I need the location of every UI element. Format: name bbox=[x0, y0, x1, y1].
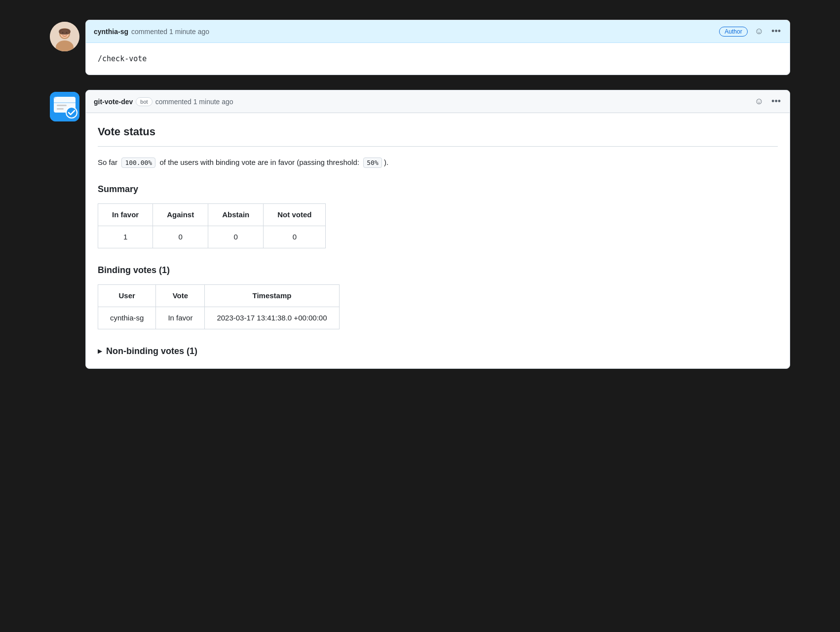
binding-votes-title: Binding votes (1) bbox=[98, 263, 778, 277]
summary-infavor-val: 1 bbox=[98, 226, 153, 248]
non-binding-section[interactable]: ▶ Non-binding votes (1) bbox=[98, 344, 778, 358]
non-binding-title: Non-binding votes (1) bbox=[106, 344, 197, 358]
comment-1-header-left: cynthia-sg commented 1 minute ago bbox=[94, 28, 209, 36]
binding-col-vote: Vote bbox=[156, 284, 205, 307]
binding-col-user: User bbox=[98, 284, 156, 307]
summary-col-against: Against bbox=[153, 203, 208, 226]
vote-description: So far 100.00% of the users with binding… bbox=[98, 157, 778, 168]
more-options-button-1[interactable]: ••• bbox=[770, 25, 782, 38]
summary-title: Summary bbox=[98, 182, 778, 197]
emoji-button-2[interactable]: ☺ bbox=[754, 95, 764, 108]
summary-row: 1 0 0 0 bbox=[98, 226, 326, 248]
triangle-icon: ▶ bbox=[98, 347, 102, 356]
summary-table: In favor Against Abstain Not voted 1 0 0… bbox=[98, 203, 326, 248]
binding-vote: In favor bbox=[156, 307, 205, 329]
comment-1-author: cynthia-sg bbox=[94, 28, 128, 36]
svg-rect-12 bbox=[57, 108, 64, 110]
comment-2-header-left: git-vote-dev bot commented 1 minute ago bbox=[94, 97, 233, 106]
comment-2-header: git-vote-dev bot commented 1 minute ago … bbox=[86, 90, 790, 113]
more-options-button-2[interactable]: ••• bbox=[770, 95, 782, 108]
comment-1-box: cynthia-sg commented 1 minute ago Author… bbox=[85, 20, 790, 75]
summary-col-abstain: Abstain bbox=[208, 203, 264, 226]
comment-2-body: Vote status So far 100.00% of the users … bbox=[86, 113, 790, 368]
summary-col-infavor: In favor bbox=[98, 203, 153, 226]
page-wrapper: cynthia-sg commented 1 minute ago Author… bbox=[50, 10, 790, 394]
binding-timestamp: 2023-03-17 13:41:38.0 +00:00:00 bbox=[205, 307, 339, 329]
desc-pre: So far bbox=[98, 158, 117, 166]
comment-2-header-right: ☺ ••• bbox=[754, 95, 782, 108]
threshold-code: 50% bbox=[363, 158, 382, 168]
binding-user: cynthia-sg bbox=[98, 307, 156, 329]
comment-1-text: /check-vote bbox=[98, 54, 147, 63]
comment-1-header-right: Author ☺ ••• bbox=[719, 25, 782, 38]
binding-col-timestamp: Timestamp bbox=[205, 284, 339, 307]
vote-status-title: Vote status bbox=[98, 123, 778, 140]
svg-rect-6 bbox=[59, 29, 71, 35]
avatar-cynthia bbox=[50, 22, 79, 51]
summary-abstain-val: 0 bbox=[208, 226, 264, 248]
binding-row: cynthia-sg In favor 2023-03-17 13:41:38.… bbox=[98, 307, 340, 329]
comment-1-action: commented 1 minute ago bbox=[131, 28, 209, 36]
desc-post: ). bbox=[384, 158, 388, 166]
author-badge: Author bbox=[719, 27, 747, 37]
svg-point-10 bbox=[66, 107, 77, 118]
summary-notvoted-val: 0 bbox=[264, 226, 326, 248]
comment-2-thread: git-vote-dev bot commented 1 minute ago … bbox=[50, 90, 790, 369]
summary-against-val: 0 bbox=[153, 226, 208, 248]
comment-2-action: commented 1 minute ago bbox=[155, 98, 233, 106]
percentage-code: 100.00% bbox=[121, 158, 155, 168]
comment-1-thread: cynthia-sg commented 1 minute ago Author… bbox=[50, 20, 790, 75]
desc-mid: of the users with binding vote are in fa… bbox=[160, 158, 359, 166]
comment-1-body: /check-vote bbox=[86, 43, 790, 75]
emoji-button-1[interactable]: ☺ bbox=[754, 25, 764, 38]
vote-divider bbox=[98, 146, 778, 147]
binding-votes-table: User Vote Timestamp cynthia-sg In favor … bbox=[98, 284, 340, 329]
comment-2-box: git-vote-dev bot commented 1 minute ago … bbox=[85, 90, 790, 369]
comment-2-author: git-vote-dev bbox=[94, 98, 133, 106]
svg-rect-11 bbox=[57, 105, 67, 106]
comment-1-header: cynthia-sg commented 1 minute ago Author… bbox=[86, 20, 790, 43]
summary-col-notvoted: Not voted bbox=[264, 203, 326, 226]
avatar-bot bbox=[50, 92, 79, 121]
bot-badge: bot bbox=[136, 97, 152, 106]
